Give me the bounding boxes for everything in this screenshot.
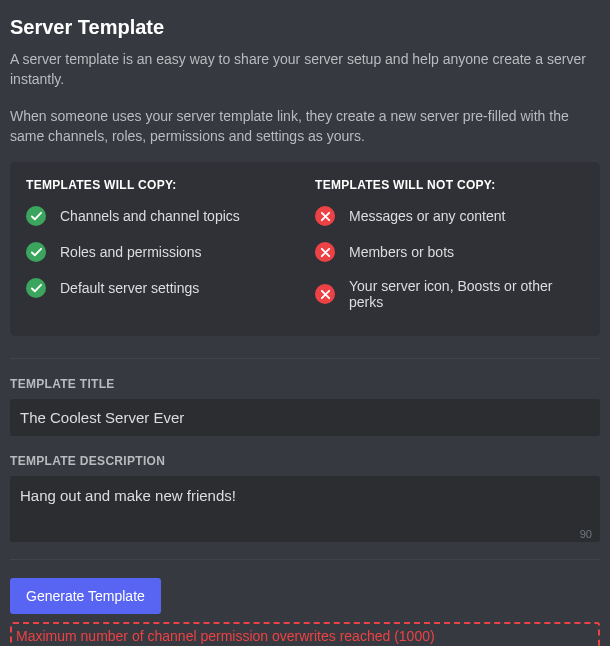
page-title: Server Template: [10, 0, 600, 49]
not-copy-item-label: Your server icon, Boosts or other perks: [349, 278, 584, 310]
template-title-label: TEMPLATE TITLE: [10, 377, 600, 391]
generate-template-button[interactable]: Generate Template: [10, 578, 161, 614]
not-copy-item-label: Messages or any content: [349, 208, 505, 224]
check-icon: [26, 206, 46, 226]
intro-paragraph-1: A server template is an easy way to shar…: [10, 49, 600, 90]
will-not-copy-column: TEMPLATES WILL NOT COPY: Messages or any…: [315, 178, 584, 326]
copy-item: Channels and channel topics: [26, 206, 295, 226]
intro-paragraph-2: When someone uses your server template l…: [10, 106, 600, 147]
will-not-copy-title: TEMPLATES WILL NOT COPY:: [315, 178, 584, 192]
cross-icon: [315, 242, 335, 262]
template-title-input[interactable]: [10, 399, 600, 436]
info-box: TEMPLATES WILL COPY: Channels and channe…: [10, 162, 600, 336]
cross-icon: [315, 206, 335, 226]
not-copy-item: Members or bots: [315, 242, 584, 262]
divider: [10, 358, 600, 359]
template-description-input[interactable]: [10, 476, 600, 542]
divider: [10, 559, 600, 560]
will-copy-column: TEMPLATES WILL COPY: Channels and channe…: [26, 178, 295, 326]
description-char-count: 90: [580, 528, 592, 540]
not-copy-item: Messages or any content: [315, 206, 584, 226]
error-message: Maximum number of channel permission ove…: [10, 622, 600, 646]
copy-item: Default server settings: [26, 278, 295, 298]
copy-item-label: Default server settings: [60, 280, 199, 296]
cross-icon: [315, 284, 335, 304]
copy-item-label: Roles and permissions: [60, 244, 202, 260]
copy-item-label: Channels and channel topics: [60, 208, 240, 224]
not-copy-item: Your server icon, Boosts or other perks: [315, 278, 584, 310]
copy-item: Roles and permissions: [26, 242, 295, 262]
check-icon: [26, 242, 46, 262]
will-copy-title: TEMPLATES WILL COPY:: [26, 178, 295, 192]
template-description-label: TEMPLATE DESCRIPTION: [10, 454, 600, 468]
check-icon: [26, 278, 46, 298]
not-copy-item-label: Members or bots: [349, 244, 454, 260]
